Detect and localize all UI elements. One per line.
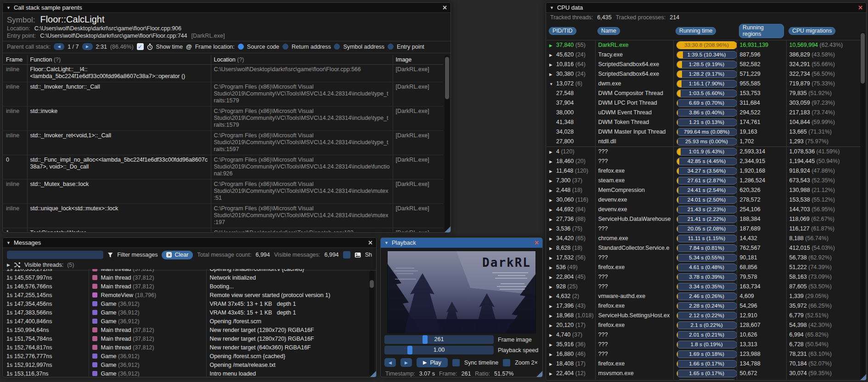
sync-timeline-checkbox[interactable] [452,359,460,366]
scrollbar-thumb[interactable] [861,33,865,84]
col-running-regions[interactable]: Running regions [739,24,784,38]
cpu-row[interactable]: ▶11,648 (120) firefox.exe 34.27 s (3.56%… [547,166,860,176]
expand-icon[interactable]: ▶ [549,322,556,330]
radio-source-code[interactable] [238,44,244,50]
cpu-row[interactable]: ▶18,968 (1,018) ServiceHub.SettingsHost.… [547,311,860,320]
resize-grip[interactable] [370,371,376,377]
resize-grip[interactable] [445,226,451,232]
expand-icon[interactable]: ▶ [549,312,556,320]
cpu-row[interactable]: 41,348 DWM Token Thread 1.21 s (0.13%) 1… [547,118,860,127]
expand-icon[interactable]: ▼ [549,80,556,88]
callstack-table-row[interactable]: inline std::unique_lock<std::mutex>::loc… [3,204,443,228]
expand-icon[interactable]: ▶ [549,71,556,79]
expand-icon[interactable]: ▶ [549,254,556,262]
cpu-row[interactable]: ▶35,916 (36) ??? 1.8 s (0.19%) 13,313 6,… [547,340,860,349]
expand-icon[interactable]: ▶ [549,274,556,281]
col-location[interactable]: Location (?) [211,55,393,65]
message-row[interactable]: 1s 147,383,566ns Game (36,912) VRAM 43x4… [3,309,368,317]
resize-grip[interactable] [860,374,866,380]
message-row[interactable]: 1s 152,776,777ns Game (36,912) Opening /… [3,352,368,361]
expand-icon[interactable]: ▶ [549,61,556,69]
callstack-scrollbar[interactable] [445,55,450,231]
messages-titlebar[interactable]: ▼ Messages × [3,238,376,248]
col-running-time[interactable]: Running time [676,27,716,35]
cpu-row[interactable]: ▶10,816 (64) ScriptedSandbox64.exe 1:28.… [547,60,860,69]
col-frame[interactable]: Frame [3,55,27,65]
cpu-row[interactable]: ▶4 (120) ??? 1:01.9 (6.43%) 2,593,314 1,… [547,147,860,157]
message-row[interactable]: 1s 147,255,145ns RemoteView (18,796) Rem… [3,291,368,300]
callstack-table-row[interactable]: inline Floor::CalcLight::__l4::<lambda_5… [3,65,443,82]
cpu-row[interactable]: ▶536 (49) firefox.exe 4.61 s (0.48%) 68,… [547,263,860,272]
cpu-row[interactable]: 37,904 DWM LPC Port Thread 6.69 s (0.70%… [547,98,860,108]
cpu-row[interactable]: ▶18,408 (17) firefox.exe 1.66 s (0.17%) … [547,359,860,369]
callstack-table-row[interactable]: inline std::invoke C:\Program Files (x86… [3,107,443,131]
expand-icon[interactable]: ▶ [549,187,556,195]
message-row[interactable]: 1s 151,754,784ns Main thread (37,812) Ne… [3,335,368,343]
expand-icon[interactable]: ▶ [549,42,556,50]
cpu-row[interactable]: ▶44,692 (84) devenv.exe 21.43 s (2.23%) … [547,205,860,214]
message-row[interactable]: 1s 145,557,997ns Main thread (37,812) Ne… [3,274,368,282]
expand-icon[interactable]: ▶ [549,341,556,349]
callstack-table-row[interactable]: 1 TaskDispatch::Worker C:\Users\wolf\Des… [3,228,443,232]
cpu-row[interactable]: 27,800 ntdll.dll 25.93 ms (0.00%) 1,702 … [547,137,860,147]
cpu-scrollbar[interactable] [860,32,865,379]
cpu-row[interactable]: ▶4,632 (2) vmware-authd.exe 2.46 s (0.26… [547,292,860,301]
zoom-2x-checkbox[interactable] [503,359,510,366]
clear-filter-button[interactable]: × Clear [162,251,193,259]
expand-icon[interactable]: ▶ [549,303,556,310]
cpu-row[interactable]: ▶4,740 (37) ??? 2.01 s (0.21%) 10,626 6,… [547,330,860,340]
radio-entry-point[interactable] [388,44,394,50]
expand-icon[interactable]: ▶ [549,351,556,359]
close-icon[interactable]: × [535,240,539,246]
collapse-icon[interactable]: ▼ [6,241,11,245]
expand-icon[interactable]: ▶ [549,197,556,204]
cpu-row[interactable]: ▶7,300 (37) steam.exe 27.61 s (2.87%) 1,… [547,176,860,185]
col-image[interactable]: Image [393,55,443,65]
message-row[interactable]: 1s 146,576,766ns Main thread (37,812) Bo… [3,282,368,291]
radio-symbol-address[interactable] [334,44,340,50]
messages-scrollbar[interactable] [369,271,374,376]
show-images-checkbox[interactable] [343,251,350,258]
cpu-row[interactable]: ▶2,448 (18) MemCompression 24.41 s (2.54… [547,185,860,195]
expand-icon[interactable]: ▶ [549,168,556,175]
message-row[interactable]: 1s 152,764,817ns Main thread (37,812) Ne… [3,343,368,352]
prev-callstack-button[interactable]: ◀ [54,43,64,50]
expand-icon[interactable]: ▶ [549,225,556,233]
cpu-row[interactable]: ▶17,396 (43) firefox.exe 2.28 s (0.24%) … [547,301,860,311]
message-row[interactable]: 1s 120,333,272ns Main thread (37,812) Op… [3,269,368,274]
cpu-row[interactable]: 27,548 DWM Compositor Thread 1:03.5 (6.6… [547,89,860,98]
callstack-table-row[interactable]: inline std::_Invoker_functor::_Call C:\P… [3,82,443,107]
callstack-table-row[interactable]: inline std::_Mutex_base::lock C:\Program… [3,180,443,204]
cpu-row[interactable]: ▶22,804 (45) ??? 3.78 s (0.39%) 79,578 5… [547,272,860,282]
scrollbar-thumb[interactable] [445,57,449,99]
cpu-row[interactable]: ▶18,460 (20) ??? 42.85 s (4.45%) 2,344,9… [547,157,860,166]
col-cpu-migrations[interactable]: CPU migrations [789,27,835,35]
expand-icon[interactable]: ▶ [549,51,556,59]
callstack-table-row[interactable]: inline std::_Invoker_ret<void,1>::_Call … [3,131,443,155]
expand-icon[interactable]: ▶ [549,235,556,243]
cpu-row[interactable]: 38,000 uDWM Event Thread 3.86 s (0.40%) … [547,108,860,118]
cpu-row[interactable]: ▶45,620 (24) Tracy.exe 1:39.5 (10.34%) 8… [547,50,860,60]
message-row[interactable]: 1s 152,912,997ns Game (36,912) Opening /… [3,361,368,370]
collapse-icon[interactable]: ▼ [6,6,11,10]
scrollbar-thumb[interactable] [370,280,374,288]
expand-icon[interactable]: ▶ [549,331,556,339]
radio-return-address[interactable] [282,44,288,50]
cpu-row[interactable]: ▶3,536 (75) ??? 20.05 s (2.08%) 187,689 … [547,224,860,234]
expand-icon[interactable]: ▶ [549,206,556,214]
message-row[interactable]: 1s 153,116,37ns Game (36,912) Intro menu… [3,370,368,376]
cpu-row[interactable]: ▶928 (25) ??? 3.34 s (0.35%) 163,734 87,… [547,282,860,292]
col-name[interactable]: Name [597,27,620,35]
resize-grip[interactable] [536,371,542,377]
collapse-icon[interactable]: ▼ [550,6,554,10]
cpu-row[interactable]: ▶37,840 (55) DarkRL.exe 33:30.8 (208.96%… [547,40,860,51]
callstack-titlebar[interactable]: ▼ Call stack sample parents × [3,3,451,13]
play-button[interactable]: ▶ Play [417,358,448,367]
close-icon[interactable]: × [858,5,862,11]
message-row[interactable]: 1s 147,400,846ns Game (36,912) Opening /… [3,317,368,326]
cpu-row[interactable]: ▶16,332 (982) ??? 1.64 s (0.17%) 12,894 … [547,378,860,380]
next-callstack-button[interactable]: ▶ [82,43,93,50]
close-icon[interactable]: × [443,5,447,11]
expand-icon[interactable]: ▶ [549,245,556,253]
cpu-row[interactable]: ▶20,120 (17) firefox.exe 2.1 s (0.22%) 1… [547,320,860,330]
